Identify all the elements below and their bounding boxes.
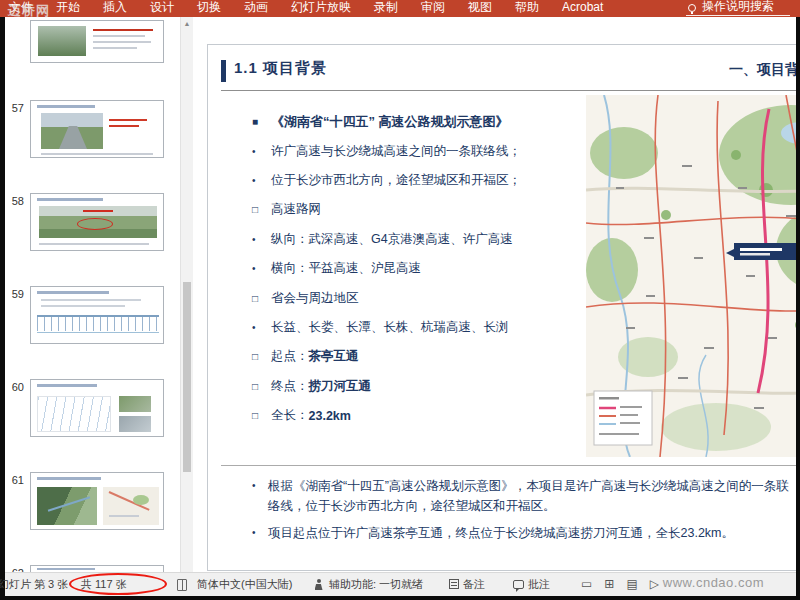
bullet-marker: • [252, 146, 271, 157]
slide-sorter-icon[interactable]: ⊞ [604, 573, 614, 596]
ribbon-tabs: 文件 开始 插入 设计 切换 动画 幻灯片放映 录制 审阅 视图 帮助 Acro… [0, 0, 800, 17]
bullet-item: ■《湖南省“十四五” 高速公路规划示意图》 [252, 107, 592, 136]
tab-design[interactable]: 设计 [150, 0, 174, 17]
bullet-item: •位于长沙市西北方向，途径望城区和开福区； [252, 166, 592, 195]
map-route-label [726, 243, 796, 260]
slide-number: 59 [5, 288, 24, 300]
accessibility-icon [313, 579, 324, 591]
thumbnail-slide-60[interactable] [30, 379, 164, 437]
thumbnail-slide-58[interactable] [30, 193, 164, 251]
thumb-map [103, 487, 159, 525]
summary-text: 项目起点位于许广高速茶亭互通，终点位于长沙绕城高速捞刀河互通，全长23.2km。 [268, 523, 734, 543]
notes-icon [449, 579, 459, 589]
bullet-text: 横向：平益高速、沪昆高速 [271, 260, 421, 277]
proofing-icon[interactable] [177, 579, 187, 591]
language-button[interactable]: 简体中文(中国大陆) [197, 573, 292, 596]
tab-record[interactable]: 录制 [374, 0, 398, 17]
content-textbox[interactable]: ■《湖南省“十四五” 高速公路规划示意图》 •许广高速与长沙绕城高速之间的一条联… [252, 107, 592, 430]
thumbnail-slide-61[interactable] [30, 472, 164, 530]
thumbnail-slide-59[interactable] [30, 286, 164, 344]
thumb-text-line [93, 29, 153, 31]
status-bar: 幻灯片 第 3 张 共 117 张 简体中文(中国大陆) 辅助功能: 一切就绪 … [5, 572, 796, 596]
thumb-title-line [37, 198, 103, 201]
comments-button[interactable]: 批注 [513, 573, 550, 596]
thumb-text-line [41, 299, 141, 301]
bullet-text: 高速路网 [271, 201, 321, 218]
accessibility-status[interactable]: 辅助功能: 一切就绪 [329, 573, 423, 596]
thumb-text-line [39, 243, 149, 245]
thumb-red-note [109, 125, 139, 127]
thumbnail-slide-62[interactable] [30, 565, 164, 572]
bullet-item: •长益、长娄、长潭、长株、杭瑞高速、长浏 [252, 313, 592, 342]
summary-item: •根据《湖南省“十四五”高速公路规划示意图》，本项目是许广高速与长沙绕城高速之间… [252, 476, 796, 516]
bullet-text: 许广高速与长沙绕城高速之间的一条联络线； [271, 143, 521, 160]
reading-view-icon[interactable]: ▤ [626, 573, 637, 596]
watermark-top-left: 迈桥网 [8, 2, 50, 20]
thumb-text-line [93, 41, 151, 43]
bullet-text: 省会与周边地区 [271, 290, 359, 307]
slide-total: 共 117 张 [81, 573, 127, 596]
bullet-marker: □ [252, 204, 271, 215]
tell-me-search[interactable]: 操作说明搜索 [686, 0, 790, 16]
slide-number: 58 [5, 195, 24, 207]
thumb-title-line [37, 384, 97, 387]
presentation-window: 57 58 59 [5, 17, 796, 596]
tab-acrobat[interactable]: Acrobat [562, 0, 603, 17]
map-image[interactable] [586, 95, 796, 457]
tab-animations[interactable]: 动画 [244, 0, 268, 17]
thumb-text-line [93, 47, 137, 49]
thumbnail-slide-56-partial[interactable] [30, 20, 164, 63]
thumbnail-scrollbar[interactable]: ▲ [180, 17, 193, 572]
scrollbar-thumb[interactable] [183, 282, 191, 472]
slide-editing-area: 一、项目背景 1.1 项目背景 ■《湖南省“十四五” 高速公路规划示意图》 •许… [193, 17, 796, 572]
summary-divider [221, 465, 796, 466]
slide-number: 61 [5, 474, 24, 486]
slide-canvas[interactable]: 一、项目背景 1.1 项目背景 ■《湖南省“十四五” 高速公路规划示意图》 •许… [207, 44, 796, 571]
tab-help[interactable]: 帮助 [515, 0, 539, 17]
bullet-text: 纵向：武深高速、G4京港澳高速、许广高速 [271, 231, 513, 248]
bullet-marker: • [252, 476, 268, 516]
bullet-item: □起点：茶亭互通 [252, 342, 592, 371]
bullet-marker: • [252, 263, 271, 274]
map-svg [586, 95, 796, 457]
bullet-marker: □ [252, 351, 271, 362]
bullet-value: 茶亭互通 [309, 348, 359, 365]
comments-icon [513, 580, 524, 589]
thumb-photo [39, 206, 157, 238]
slide-section-label: 一、项目背景 [729, 61, 796, 79]
thumbnail-slide-57[interactable] [30, 100, 164, 158]
ribbon-tab-bar: 文件 开始 插入 设计 切换 动画 幻灯片放映 录制 审阅 视图 帮助 Acro… [0, 0, 800, 17]
bullet-item: □终点：捞刀河互通 [252, 372, 592, 401]
slide-counter[interactable]: 幻灯片 第 3 张 [0, 573, 68, 596]
watermark-bottom-right: www.cndao.com [663, 575, 764, 590]
bullet-text: 长益、长娄、长潭、长株、杭瑞高速、长浏 [271, 319, 509, 336]
normal-view-icon[interactable]: ▭ [581, 573, 592, 596]
bullet-item: •横向：平益高速、沪昆高速 [252, 254, 592, 283]
slide-number: 57 [5, 102, 24, 114]
bullet-marker: • [252, 234, 271, 245]
tab-home[interactable]: 开始 [56, 0, 80, 17]
tab-slideshow[interactable]: 幻灯片放映 [291, 0, 351, 17]
tab-review[interactable]: 审阅 [421, 0, 445, 17]
slide-thumbnail-panel: 57 58 59 [5, 17, 193, 572]
bullet-marker: ■ [252, 116, 271, 127]
tab-transitions[interactable]: 切换 [197, 0, 221, 17]
scroll-up-arrow[interactable]: ▲ [181, 17, 193, 31]
bullet-text: 《湖南省“十四五” 高速公路规划示意图》 [271, 113, 509, 131]
slideshow-icon[interactable]: ▷ [650, 573, 659, 596]
bullet-marker: • [252, 175, 271, 186]
thumb-title-line [37, 105, 95, 108]
tell-me-search-label: 操作说明搜索 [702, 0, 774, 15]
bullet-marker: □ [252, 381, 271, 392]
thumb-title-line [37, 291, 109, 294]
tab-view[interactable]: 视图 [468, 0, 492, 17]
slide-number: 60 [5, 381, 24, 393]
thumb-text-line [41, 305, 125, 307]
thumb-photo [119, 396, 151, 412]
bullet-label: 全长： [271, 407, 309, 424]
bullet-item: □全长：23.2km [252, 401, 592, 430]
notes-button[interactable]: 备注 [449, 573, 485, 596]
summary-textbox[interactable]: •根据《湖南省“十四五”高速公路规划示意图》，本项目是许广高速与长沙绕城高速之间… [252, 476, 796, 550]
tab-insert[interactable]: 插入 [103, 0, 127, 17]
application-window: 文件 开始 插入 设计 切换 动画 幻灯片放映 录制 审阅 视图 帮助 Acro… [0, 0, 800, 600]
